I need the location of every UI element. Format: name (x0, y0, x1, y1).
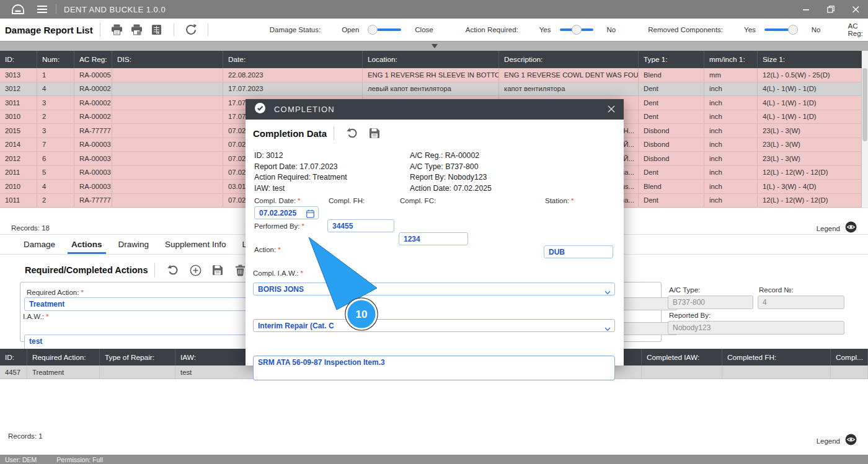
column-header[interactable]: Description: (499, 51, 639, 68)
table-cell: RA-00002 (74, 110, 112, 125)
table-cell: 3 (37, 124, 74, 138)
column-header[interactable]: Location: (363, 51, 499, 68)
refresh-icon[interactable] (183, 22, 199, 38)
undo-icon[interactable] (345, 126, 360, 141)
toggle-action-required[interactable] (560, 25, 593, 35)
filter-action-required: Action Required:YesNo (466, 25, 616, 35)
print-icon[interactable] (109, 22, 125, 38)
badge-check-icon (254, 102, 266, 116)
table-cell: 2010 (0, 180, 37, 194)
table-cell (100, 366, 175, 379)
minimize-icon[interactable] (794, 0, 818, 19)
record-no-field: 4 (758, 295, 844, 309)
modal-heading: Completion Data (253, 128, 327, 139)
action-select[interactable]: Interim Repair (Cat. C (253, 319, 615, 332)
table-cell: RA-00002 (74, 96, 112, 110)
station-input[interactable]: DUB (544, 245, 613, 258)
compl-iaw-textarea[interactable]: SRM ATA 56-09-87 Inspection Item.3 (253, 356, 615, 380)
ac-type-field: B737-800 (668, 295, 753, 309)
column-header[interactable]: Completed FH: (722, 349, 831, 366)
action-label: Action:* (254, 246, 281, 253)
toggle-option-right[interactable]: Close (415, 26, 433, 33)
compl-date-input[interactable]: 07.02.2025 (254, 206, 319, 219)
table-cell: ENG 1 REVERSE RH SLEEVE IN BOTTOM PLACE.… (363, 68, 499, 82)
table-cell: 12(L) - 0.5(W) - 25(D) (758, 68, 862, 82)
table-cell: RA-00003 (74, 152, 112, 166)
splitter-bar[interactable] (0, 41, 868, 51)
toggle-removed-components[interactable] (764, 25, 798, 35)
toggle-option-left[interactable]: Open (342, 26, 359, 33)
modal-close-icon[interactable] (608, 104, 615, 115)
table-cell: inch (704, 124, 758, 138)
menu-icon[interactable] (37, 6, 47, 13)
toggle-knob[interactable] (368, 25, 378, 35)
page-title: Damage Report List (5, 25, 93, 35)
table-cell: 3 (37, 96, 74, 110)
toggle-damage-status[interactable] (368, 25, 401, 35)
table-cell: 1(L) - 3(W) - 4(D) (758, 180, 862, 194)
save-icon[interactable] (210, 263, 225, 278)
toggle-knob[interactable] (788, 25, 798, 35)
info-line: Action Date: 07.02.2025 (410, 183, 492, 195)
column-header[interactable]: Num: (37, 51, 74, 68)
toolbar-divider (208, 23, 208, 37)
undo-icon[interactable] (166, 263, 180, 278)
column-header[interactable]: Type of Repair: (100, 349, 175, 366)
table-cell: 4457 (0, 366, 27, 379)
restore-icon[interactable] (818, 0, 843, 19)
toggle-option-left[interactable]: Yes (539, 26, 551, 33)
tab-supplement-info[interactable]: Supplement Info (161, 235, 229, 254)
performed-by-select[interactable]: BORIS JONS (253, 282, 615, 295)
toolbar-divider (100, 23, 100, 37)
svg-text:x: x (157, 30, 159, 35)
table-cell: inch (704, 180, 758, 194)
column-header[interactable]: AC Reg: (74, 51, 112, 68)
tab-damage[interactable]: Damage (20, 235, 59, 254)
column-header[interactable]: Size 1: (758, 51, 862, 68)
table-row[interactable]: 30124RA-0000217.07.2023левый капот венти… (0, 82, 862, 97)
scrollbar-thumb[interactable] (862, 68, 867, 141)
column-header[interactable]: Completed IAW: (642, 349, 722, 366)
toggle-option-left[interactable]: Yes (744, 26, 756, 33)
table-row[interactable]: 30131RA-0000522.08.2023ENG 1 REVERSE RH … (0, 68, 862, 82)
vertical-scrollbar[interactable] (862, 51, 868, 208)
save-icon[interactable] (367, 126, 382, 141)
table-cell: Treatment (27, 366, 100, 379)
column-header[interactable]: ID: (0, 349, 27, 366)
calendar-icon[interactable] (306, 209, 314, 220)
table-cell: 5 (37, 166, 74, 180)
column-header[interactable]: ID: (0, 51, 37, 68)
collapse-arrow-icon[interactable] (432, 44, 438, 48)
tab-drawing[interactable]: Drawing (115, 235, 153, 254)
eye-icon[interactable] (845, 221, 857, 235)
table-cell: 12(L) - 12(W) - 12(D) (758, 166, 862, 180)
export-excel-icon[interactable]: x (149, 22, 165, 38)
table-cell: Dent (639, 82, 704, 97)
table-cell: 2012 (0, 152, 37, 166)
column-header[interactable]: mm/inch 1: (704, 51, 758, 68)
compl-fc-input[interactable]: 1234 (399, 232, 468, 245)
table-cell (112, 110, 223, 125)
column-header[interactable]: Type 1: (639, 51, 704, 68)
compl-fh-input[interactable]: 34455 (327, 219, 394, 232)
ac-reg-label: AC Reg: (848, 22, 868, 37)
info-line: ID: 3012 (254, 151, 347, 162)
tab-actions[interactable]: Actions (68, 235, 106, 254)
eye-icon[interactable] (845, 434, 857, 448)
toggle-option-right[interactable]: No (812, 26, 821, 33)
print-preview-icon[interactable] (129, 22, 145, 38)
filter-label: Damage Status: (270, 26, 321, 33)
toggle-knob[interactable] (572, 25, 582, 35)
add-icon[interactable] (188, 263, 203, 278)
column-header[interactable]: Compl... (831, 349, 868, 366)
toggle-option-right[interactable]: No (607, 26, 616, 33)
table-cell: 2 (37, 194, 74, 208)
compl-iaw-label: Compl. I.A.W.:* (253, 269, 303, 277)
column-header[interactable]: DIS: (112, 51, 223, 68)
column-header[interactable]: Required Action: (27, 349, 100, 366)
table-cell: 3010 (0, 110, 37, 125)
info-line: Report Date: 17.07.2023 (254, 162, 347, 173)
close-icon[interactable] (843, 0, 868, 19)
column-header[interactable]: Date: (223, 51, 363, 68)
table-cell: 2 (37, 110, 74, 125)
